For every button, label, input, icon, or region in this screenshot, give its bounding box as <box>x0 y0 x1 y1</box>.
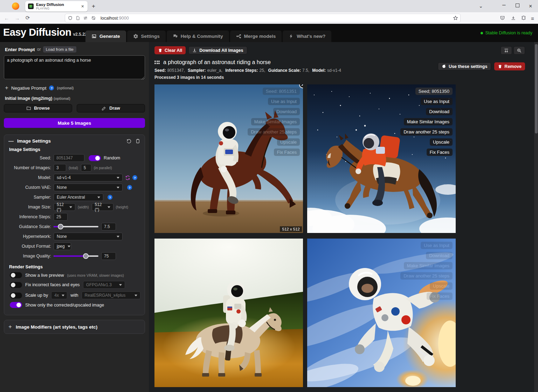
quality-input[interactable] <box>101 252 116 260</box>
height-select[interactable]: 512 (*) <box>92 203 113 211</box>
upscale-model-select[interactable]: RealESRGAN_x4plus <box>82 291 140 299</box>
generated-image-4[interactable]: Use as Input Download Make Similar Image… <box>307 239 456 387</box>
window-close-button[interactable]: × <box>529 3 532 9</box>
tab-close-icon[interactable]: × <box>81 4 85 9</box>
make-similar-button[interactable]: Make Similar Images <box>251 118 300 125</box>
image-modifiers-label: Image Modifiers (art styles, tags etc) <box>16 324 97 330</box>
fix-faces-button[interactable]: Fix Faces <box>427 149 453 156</box>
extensions-icon[interactable] <box>521 15 526 21</box>
scrollbar-thumb[interactable] <box>535 44 538 133</box>
expand-icon[interactable]: + <box>8 323 12 330</box>
tab-settings[interactable]: Settings <box>127 30 166 42</box>
menu-icon[interactable]: ≡ <box>531 15 534 21</box>
copy-settings-icon[interactable] <box>135 138 140 144</box>
upscale-button[interactable]: Upscale <box>430 138 453 146</box>
make-similar-button[interactable]: Make Similar Images <box>404 262 453 269</box>
auto-scroll-button[interactable] <box>501 46 512 55</box>
make-similar-button[interactable]: Make Similar Images <box>404 118 453 125</box>
upscale-button[interactable]: Upscale <box>430 282 453 290</box>
forward-icon[interactable]: → <box>12 15 22 21</box>
new-tab-button[interactable]: + <box>92 3 95 10</box>
autoplay-blocked-icon[interactable] <box>91 16 96 20</box>
generated-image-1[interactable]: ✕ Seed: 8051351 Use as Input Download Ma… <box>154 84 303 233</box>
draw-more-steps-button[interactable]: Draw another 25 steps <box>400 272 453 280</box>
help-icon[interactable]: ? <box>49 85 54 90</box>
hypernetwork-select[interactable]: None <box>54 233 123 240</box>
shield-icon[interactable] <box>68 16 73 20</box>
tab-help-community[interactable]: Help & Community <box>167 30 229 42</box>
window-minimize-button[interactable]: – <box>502 1 505 8</box>
fix-faces-toggle[interactable] <box>10 282 22 288</box>
vae-select[interactable]: None <box>54 184 123 191</box>
expand-negative-prompt-icon[interactable]: + <box>5 84 8 91</box>
draw-button[interactable]: Draw <box>77 104 145 112</box>
download-image-button[interactable]: Download <box>426 108 453 115</box>
fix-faces-button[interactable]: Fix Faces <box>427 293 453 300</box>
downloads-icon[interactable] <box>511 15 516 21</box>
merge-icon <box>236 34 241 39</box>
fix-faces-model-select[interactable]: GFPGANv1.3 <box>83 281 125 289</box>
browse-button[interactable]: Browse <box>4 104 72 112</box>
num-total-input[interactable] <box>54 164 66 172</box>
reload-icon[interactable]: ⟳ <box>22 15 33 21</box>
steps-label: Inference Steps: <box>8 214 51 219</box>
reset-icon[interactable] <box>126 138 132 144</box>
list-tabs-icon[interactable]: ⌄ <box>479 3 483 9</box>
prompt-input[interactable]: a photograph of an astronaut riding a ho… <box>4 55 145 79</box>
guidance-slider[interactable] <box>54 224 98 229</box>
model-select[interactable]: sd-v1-4 <box>54 174 123 181</box>
image-modifiers-panel[interactable]: + Image Modifiers (art styles, tags etc) <box>4 320 145 334</box>
help-icon[interactable]: ? <box>108 195 112 200</box>
format-select[interactable]: jpeg <box>54 242 71 250</box>
remove-task-button[interactable]: Remove <box>494 62 525 70</box>
fix-faces-button[interactable]: Fix Faces <box>274 149 300 156</box>
tab-whats-new[interactable]: What's new? <box>283 30 331 42</box>
generated-image-2[interactable]: Seed: 8051350 Use as Input Download Make… <box>307 84 456 233</box>
upscale-toggle[interactable] <box>10 293 22 298</box>
help-icon[interactable]: ? <box>132 175 137 180</box>
width-select[interactable]: 512 (*) <box>54 203 75 211</box>
scale-factor-select[interactable]: 4x <box>51 291 67 299</box>
back-icon[interactable]: ← <box>1 15 12 21</box>
draw-more-steps-button[interactable]: Draw another 25 steps <box>400 128 453 136</box>
download-all-button[interactable]: Download All Images <box>188 46 247 54</box>
generated-image-3[interactable] <box>154 239 303 387</box>
url-bar[interactable]: localhost:9000 <box>65 14 461 22</box>
guidance-input[interactable] <box>101 223 116 231</box>
draw-more-steps-button[interactable]: Draw another 25 steps <box>248 128 300 136</box>
use-as-input-button[interactable]: Use as Input <box>421 242 453 249</box>
use-as-input-button[interactable]: Use as Input <box>268 98 300 105</box>
random-seed-toggle[interactable] <box>89 155 101 161</box>
make-images-button[interactable]: Make 5 Images <box>4 118 145 128</box>
tab-generate[interactable]: Generate <box>85 30 126 42</box>
negative-prompt-label[interactable]: Negative Prompt <box>11 85 47 91</box>
show-corrected-toggle[interactable] <box>10 302 22 308</box>
quality-slider[interactable] <box>54 253 98 259</box>
bookmark-star-icon[interactable] <box>453 15 458 21</box>
help-icon[interactable]: ? <box>127 185 132 190</box>
drag-handle[interactable] <box>154 61 160 64</box>
page-scrollbar[interactable] <box>534 42 538 392</box>
clear-all-button[interactable]: Clear All <box>154 46 186 54</box>
page-info-icon[interactable] <box>76 16 80 20</box>
seed-input[interactable] <box>54 154 84 162</box>
collapse-icon[interactable]: — <box>8 138 14 144</box>
reload-models-icon[interactable] <box>125 175 130 180</box>
use-as-input-button[interactable]: Use as Input <box>421 98 453 105</box>
zoom-button[interactable] <box>513 46 525 55</box>
tab-merge-models[interactable]: Merge models <box>230 30 282 42</box>
load-from-file-button[interactable]: Load from a file <box>43 46 76 53</box>
live-preview-toggle[interactable] <box>10 272 22 278</box>
pocket-icon[interactable] <box>500 15 505 21</box>
browser-tab[interactable]: Easy Diffusion PLAYING × <box>25 1 88 12</box>
sampler-select[interactable]: Euler Ancestral <box>54 193 103 201</box>
upscale-button[interactable]: Upscale <box>277 138 300 146</box>
window-maximize-button[interactable] <box>516 4 519 7</box>
use-these-settings-button[interactable]: Use these settings <box>438 62 491 70</box>
steps-input[interactable] <box>54 213 68 221</box>
firefox-icon[interactable] <box>12 2 19 10</box>
download-image-button[interactable]: Download <box>426 252 453 259</box>
download-image-button[interactable]: Download <box>273 108 300 115</box>
num-parallel-input[interactable] <box>81 164 91 172</box>
permissions-icon[interactable] <box>83 16 88 20</box>
